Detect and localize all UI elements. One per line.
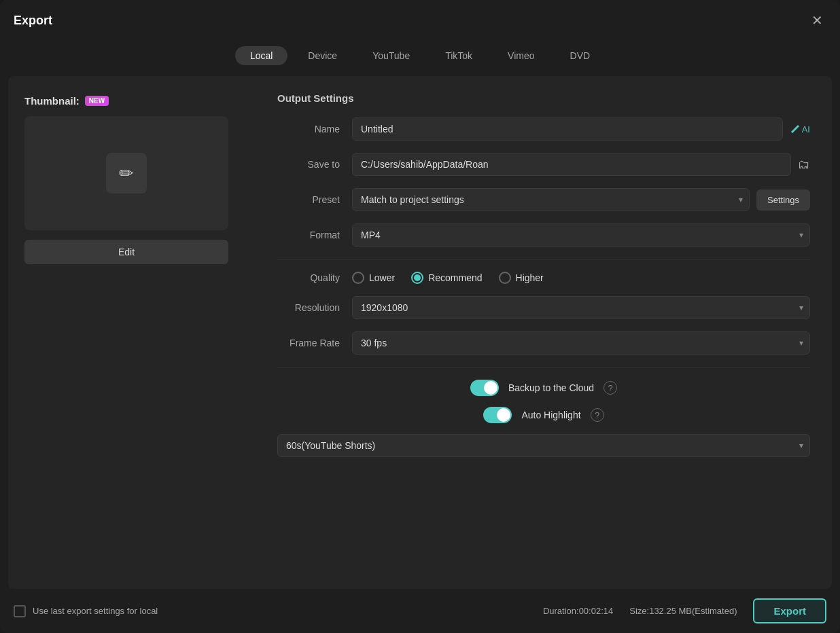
- tab-device[interactable]: Device: [293, 46, 352, 65]
- title-bar: Export ✕: [0, 0, 840, 41]
- format-row: Format MP4 MOV AVI MKV ▾: [277, 223, 810, 247]
- quality-row: Quality Lower Recommend Higher: [277, 272, 810, 284]
- size-info: Size:132.25 MB(Estimated): [629, 606, 737, 616]
- preset-label: Preset: [277, 194, 352, 205]
- quality-higher-circle: [499, 272, 511, 284]
- quality-recommend-label: Recommend: [428, 272, 482, 283]
- quality-higher[interactable]: Higher: [499, 272, 544, 284]
- right-panel: Output Settings Name AI Save to: [266, 76, 832, 589]
- format-select-wrap: MP4 MOV AVI MKV ▾: [352, 223, 810, 247]
- divider-1: [277, 259, 810, 259]
- quality-label: Quality: [277, 272, 352, 283]
- highlight-duration-wrap: 60s(YouTube Shorts) 30s 15s ▾: [277, 434, 810, 457]
- tab-local[interactable]: Local: [235, 46, 287, 65]
- preset-row: Preset Match to project settings Custom …: [277, 188, 810, 211]
- save-to-control-wrap: 🗂: [352, 153, 810, 176]
- footer: Use last export settings for local Durat…: [0, 589, 840, 633]
- format-control-wrap: MP4 MOV AVI MKV ▾: [352, 223, 810, 247]
- export-button[interactable]: Export: [753, 598, 826, 623]
- highlight-duration-select-wrap: 60s(YouTube Shorts) 30s 15s ▾: [277, 434, 810, 457]
- new-badge: NEW: [85, 96, 109, 106]
- highlight-duration-select[interactable]: 60s(YouTube Shorts) 30s 15s: [277, 434, 810, 457]
- auto-highlight-row: Auto Highlight ?: [277, 407, 810, 423]
- tab-bar: Local Device YouTube TikTok Vimeo DVD: [0, 41, 840, 76]
- ai-pen-icon: [790, 124, 801, 134]
- section-title: Output Settings: [277, 92, 810, 104]
- thumbnail-label: Thumbnail: NEW: [24, 95, 250, 107]
- auto-highlight-label: Auto Highlight: [521, 410, 580, 420]
- backup-help-icon[interactable]: ?: [603, 381, 617, 395]
- folder-button[interactable]: 🗂: [798, 158, 810, 172]
- save-to-input[interactable]: [352, 153, 791, 176]
- remember-label: Use last export settings for local: [33, 606, 158, 616]
- quality-higher-label: Higher: [516, 272, 544, 283]
- resolution-row: Resolution 1920x1080 1280x720 3840x2160 …: [277, 296, 810, 319]
- export-dialog: Export ✕ Local Device YouTube TikTok Vim…: [0, 0, 840, 633]
- quality-radio-group: Lower Recommend Higher: [352, 272, 544, 284]
- backup-label: Backup to the Cloud: [508, 382, 594, 393]
- tab-vimeo[interactable]: Vimeo: [493, 46, 549, 65]
- name-input[interactable]: [352, 117, 783, 141]
- frame-rate-select-wrap: 30 fps 24 fps 60 fps ▾: [352, 331, 810, 355]
- format-label: Format: [277, 230, 352, 240]
- preset-select-wrap: Match to project settings Custom ▾: [352, 188, 750, 211]
- tab-dvd[interactable]: DVD: [555, 46, 606, 65]
- ai-label: AI: [802, 124, 810, 134]
- footer-right: Duration:00:02:14 Size:132.25 MB(Estimat…: [543, 598, 826, 623]
- edit-button[interactable]: Edit: [24, 240, 228, 264]
- resolution-control-wrap: 1920x1080 1280x720 3840x2160 ▾: [352, 296, 810, 319]
- resolution-select-wrap: 1920x1080 1280x720 3840x2160 ▾: [352, 296, 810, 319]
- frame-rate-label: Frame Rate: [277, 338, 352, 348]
- preset-select[interactable]: Match to project settings Custom: [352, 188, 750, 211]
- tab-tiktok[interactable]: TikTok: [430, 46, 487, 65]
- auto-highlight-toggle[interactable]: [483, 407, 512, 423]
- tab-youtube[interactable]: YouTube: [357, 46, 425, 65]
- save-to-label: Save to: [277, 159, 352, 170]
- auto-highlight-toggle-knob: [497, 408, 510, 422]
- thumbnail-icon-wrap: ✏: [106, 153, 147, 194]
- remember-checkbox[interactable]: [14, 605, 26, 617]
- format-select[interactable]: MP4 MOV AVI MKV: [352, 223, 810, 247]
- save-to-row: Save to 🗂: [277, 153, 810, 176]
- name-row: Name AI: [277, 117, 810, 141]
- ai-button[interactable]: AI: [790, 124, 810, 134]
- thumbnail-label-text: Thumbnail:: [24, 95, 80, 107]
- content-area: Thumbnail: NEW ✏ Edit Output Settings Na…: [8, 76, 832, 589]
- dialog-title: Export: [14, 14, 52, 28]
- settings-button[interactable]: Settings: [756, 189, 810, 211]
- name-label: Name: [277, 124, 352, 134]
- resolution-select[interactable]: 1920x1080 1280x720 3840x2160: [352, 296, 810, 319]
- backup-toggle[interactable]: [470, 380, 499, 396]
- pencil-icon: ✏: [119, 163, 134, 184]
- divider-2: [277, 367, 810, 367]
- quality-lower[interactable]: Lower: [352, 272, 395, 284]
- quality-lower-circle: [352, 272, 364, 284]
- quality-recommend-circle: [411, 272, 423, 284]
- footer-left: Use last export settings for local: [14, 605, 158, 617]
- quality-recommend[interactable]: Recommend: [411, 272, 482, 284]
- left-panel: Thumbnail: NEW ✏ Edit: [8, 76, 266, 589]
- close-button[interactable]: ✕: [807, 11, 826, 30]
- frame-rate-control-wrap: 30 fps 24 fps 60 fps ▾: [352, 331, 810, 355]
- backup-row: Backup to the Cloud ?: [277, 380, 810, 396]
- backup-toggle-knob: [484, 381, 497, 395]
- resolution-label: Resolution: [277, 302, 352, 313]
- quality-recommend-dot: [414, 274, 421, 281]
- duration-info: Duration:00:02:14: [543, 606, 613, 616]
- quality-lower-label: Lower: [369, 272, 395, 283]
- frame-rate-select[interactable]: 30 fps 24 fps 60 fps: [352, 331, 810, 355]
- frame-rate-row: Frame Rate 30 fps 24 fps 60 fps ▾: [277, 331, 810, 355]
- auto-highlight-help-icon[interactable]: ?: [591, 408, 604, 422]
- preset-control-wrap: Match to project settings Custom ▾ Setti…: [352, 188, 810, 211]
- name-control-wrap: AI: [352, 117, 810, 141]
- thumbnail-preview: ✏: [24, 116, 228, 230]
